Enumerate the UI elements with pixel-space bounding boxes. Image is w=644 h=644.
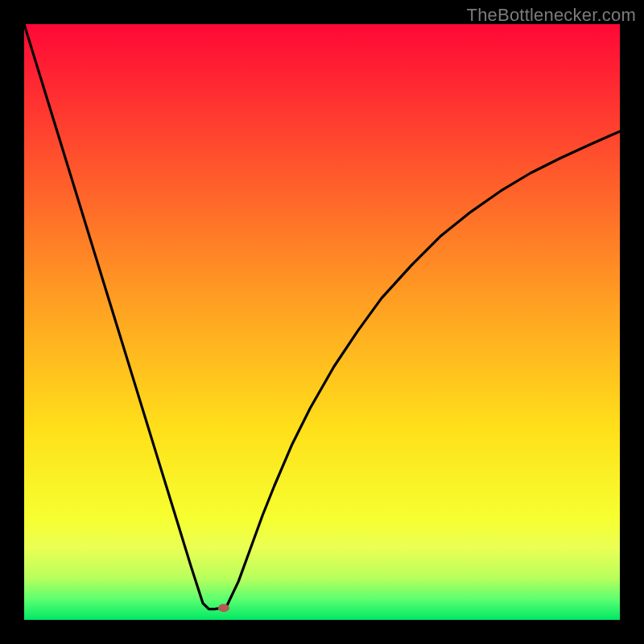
watermark-text: TheBottlenecker.com <box>467 5 636 26</box>
chart-background-gradient <box>24 24 620 620</box>
chart-frame <box>24 24 620 620</box>
bottleneck-chart <box>24 24 620 620</box>
optimal-point-marker <box>218 604 229 612</box>
